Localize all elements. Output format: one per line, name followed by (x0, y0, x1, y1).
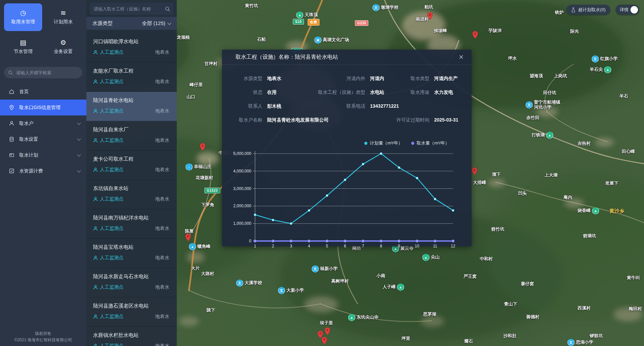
map-label: 龙颈根 (177, 35, 190, 40)
map-label: 吉告村 (578, 141, 591, 146)
green-poi-icon[interactable]: ▲ (604, 66, 611, 73)
water-source-label: 地表水 (155, 137, 173, 143)
sidebar-item-4[interactable]: 取水计划 (0, 147, 86, 163)
sidebar-search[interactable] (4, 67, 82, 78)
red-map-pin-icon[interactable] (427, 12, 433, 20)
station-list-item[interactable]: 陆河县激石溪老区水电站人工监测点地表水 (86, 297, 177, 327)
sidebar-item-label: 取水计划 (19, 152, 38, 158)
sidebar-item-label: 取水设置 (19, 136, 38, 142)
station-list-item[interactable]: 水唇镇水栏肚水电站人工监测点地表水 (86, 327, 177, 346)
station-list-item[interactable]: 陆河县自来水厂人工监测点地表水 (86, 121, 177, 151)
blue-poi-icon[interactable]: 文 (312, 265, 319, 272)
road-badge: G235 (355, 20, 368, 26)
station-list-item[interactable]: 陆河县南万镇杞洋水电站人工监测点地表水 (86, 209, 177, 239)
map-label: 挨垅蜂 (434, 28, 447, 33)
monitor-type: 人工监测点 (93, 196, 123, 202)
tile-water-use-management[interactable]: ◷ 取用水管理 (4, 3, 42, 31)
search-icon[interactable] (165, 6, 170, 11)
blue-poi-icon[interactable]: 文 (567, 339, 575, 346)
blue-poi-icon[interactable]: 文 (236, 280, 243, 287)
monitor-type: 人工监测点 (93, 167, 123, 173)
blue-poi-icon[interactable]: ⌂ (186, 163, 193, 170)
field-facility-type: 取水工程（设施）类型 水电站 (314, 89, 392, 96)
map-label: 坪里 (401, 336, 410, 341)
map-label: 陇下 (206, 308, 215, 313)
water-source-label: 地表水 (155, 225, 173, 232)
blue-poi-icon[interactable]: ▣ (314, 36, 321, 44)
close-icon[interactable]: × (459, 53, 464, 61)
svg-text:5: 5 (326, 244, 328, 248)
sidebar-item-0[interactable]: 首页 (0, 84, 86, 100)
sidebar-search-input[interactable] (16, 70, 78, 76)
water-source-label: 地表水 (155, 255, 173, 261)
map-label: 老屋下 (605, 181, 618, 186)
topbar: 超计划取水(0) 详情 (566, 5, 639, 15)
sidebar-item-5[interactable]: 水资源计费 (0, 163, 86, 179)
blue-poi-icon[interactable]: 文 (278, 287, 285, 294)
sidebar-item-3[interactable]: 取水设置 (0, 131, 86, 147)
station-list-item[interactable]: 东坑镇自来水站人工监测点地表水 (86, 180, 177, 209)
station-name: 水唇镇水栏肚水电站 (93, 332, 173, 339)
blue-poi-icon[interactable]: 文 (526, 101, 533, 108)
water-source-label: 地表水 (155, 343, 173, 346)
station-search-input[interactable] (93, 6, 162, 12)
blue-poi-icon[interactable]: ▲ (189, 243, 196, 250)
station-list-item[interactable]: 陆河县水唇走马石水电站人工监测点地表水 (86, 268, 177, 297)
svg-text:8: 8 (380, 244, 382, 248)
tile-planned-water[interactable]: ≋ 计划用水 (44, 3, 82, 31)
legend-item[interactable]: 计划量（m³/年） (364, 140, 402, 146)
red-map-pin-icon[interactable] (200, 143, 205, 151)
person-icon (93, 285, 98, 290)
field-intake-type: 取水类型 河道内生产 (392, 76, 464, 82)
toggle-knob[interactable] (631, 6, 638, 14)
person-icon (93, 197, 98, 202)
green-poi-icon[interactable]: ▲ (592, 207, 599, 214)
person-icon (93, 314, 98, 319)
red-map-pin-icon[interactable] (472, 167, 477, 175)
blue-poi-icon[interactable]: 文 (592, 55, 599, 62)
red-map-pin-icon[interactable] (321, 337, 327, 345)
filter-value: 全部 (125) (142, 20, 165, 27)
station-list-item[interactable]: 麦卡公司取水工程人工监测点地表水 (86, 151, 177, 180)
svg-text:0: 0 (249, 239, 251, 243)
map-label: 大排嶂 (473, 180, 486, 185)
station-list-item[interactable]: 陆河县青砼水电站人工监测点地表水 (86, 92, 177, 121)
sidebar-item-2[interactable]: 取水户 (0, 115, 86, 131)
gear-icon: ⚙ (60, 39, 66, 46)
station-list-item[interactable]: 友能水厂取水工程人工监测点地表水 (86, 62, 177, 92)
green-poi-icon[interactable]: ▲ (422, 254, 429, 261)
station-name: 陆河县青砼水电站 (93, 97, 173, 104)
station-search-box[interactable] (90, 3, 173, 15)
chart-legend: 计划量（m³/年）取水量（m³/年） (364, 140, 449, 146)
legend-item[interactable]: 取水量（m³/年） (411, 140, 449, 146)
tile-business-settings[interactable]: ⚙ 业务设置 (44, 33, 82, 61)
red-map-pin-icon[interactable] (185, 234, 191, 241)
water-source-label: 地表水 (155, 79, 173, 85)
station-list-item[interactable]: 陆河县宝塔水电站人工监测点地表水 (86, 239, 177, 268)
legend-label: 取水量（m³/年） (417, 140, 449, 146)
map-label: 文墩塘学校 (372, 4, 398, 11)
chevron-down-icon (77, 168, 81, 172)
blue-poi-icon[interactable]: 文 (372, 4, 380, 11)
red-map-pin-icon[interactable] (472, 31, 478, 39)
map-label: 花塘新村 (196, 176, 213, 181)
map-label: 粗坑 (424, 5, 433, 10)
svg-text:11: 11 (433, 244, 437, 248)
green-poi-icon[interactable]: ▲ (397, 284, 404, 291)
green-poi-icon[interactable]: ▲ (546, 132, 553, 139)
modal-title: 取水工程（设施）名称：陆河县青砼水电站 (235, 54, 338, 61)
filter-value-dropdown[interactable]: 全部 (125) (142, 20, 171, 27)
sidebar-item-1[interactable]: 取水口GIS信息管理 (0, 100, 86, 115)
map-label: 烧香嶂▲ (578, 207, 599, 214)
green-poi-icon[interactable]: ▲ (296, 11, 303, 19)
detail-toggle[interactable]: 详情 (616, 5, 639, 15)
green-poi-icon[interactable]: ▲ (348, 314, 355, 321)
map-label: 梅田村 (629, 307, 642, 312)
red-map-pin-icon[interactable] (325, 327, 330, 335)
station-list-item[interactable]: 河口镇唱歌潭水电站人工监测点地表水 (86, 33, 177, 62)
waves-icon: ≋ (60, 9, 66, 16)
over-plan-intake-button[interactable]: 超计划取水(0) (566, 5, 610, 15)
map-label: 铁炉 (555, 10, 564, 15)
map-label: 西溪村 (578, 306, 591, 311)
tile-water-saving[interactable]: ▤ 节水管理 (4, 33, 42, 61)
